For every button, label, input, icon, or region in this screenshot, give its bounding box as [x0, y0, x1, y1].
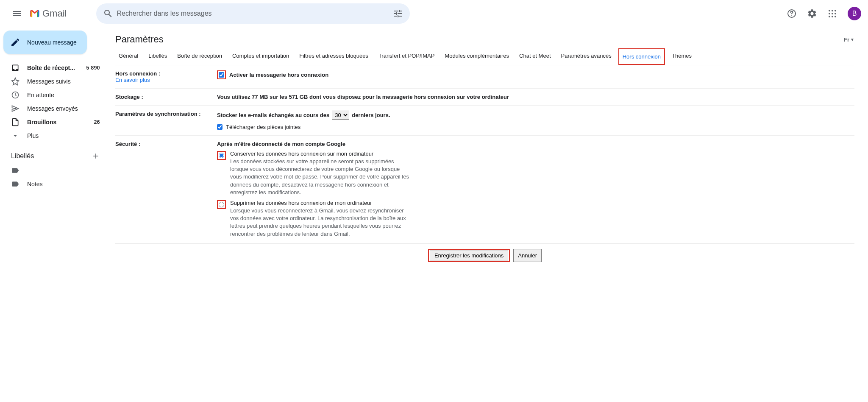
keep-data-radio[interactable] [219, 153, 224, 158]
sync-post-text: derniers jours. [352, 112, 390, 118]
enable-offline-label: Activer la messagerie hors connexion [229, 72, 328, 78]
sync-label: Paramètres de synchronisation : [115, 111, 217, 130]
svg-point-10 [835, 16, 836, 17]
tab-libell-s[interactable]: Libellés [145, 48, 170, 65]
sidebar-item-clock[interactable]: En attente [0, 88, 105, 102]
security-label: Sécurité : [115, 141, 217, 238]
learn-more-link[interactable]: En savoir plus [115, 77, 150, 83]
tune-icon [393, 8, 403, 19]
tab-chat-et-meet[interactable]: Chat et Meet [516, 48, 554, 65]
keep-data-desc: Les données stockées sur votre appareil … [230, 158, 412, 196]
sidebar-item-label: En attente [27, 92, 100, 98]
offline-label: Hors connexion : [115, 70, 160, 77]
search-icon [103, 8, 113, 19]
sidebar-item-label: Boîte de récept... [27, 64, 86, 71]
sidebar-item-count: 5 890 [86, 65, 100, 71]
keep-data-title: Conserver les données hors connexion sur… [230, 151, 412, 157]
sidebar-item-star[interactable]: Messages suivis [0, 75, 105, 88]
svg-point-1 [791, 15, 792, 16]
sync-pre-text: Stocker les e-mails échangés au cours de… [217, 112, 329, 118]
storage-label: Stockage : [115, 94, 217, 100]
svg-point-3 [832, 10, 833, 11]
gmail-text: Gmail [42, 8, 67, 19]
sidebar-item-label: Plus [27, 132, 100, 139]
sidebar: Nouveau message Boîte de récept...5 890M… [0, 27, 108, 272]
tab-filtres-et-adresses-bloqu-es[interactable]: Filtres et adresses bloquées [296, 48, 372, 65]
search-bar [96, 3, 410, 24]
sync-days-select[interactable]: 30 [332, 111, 349, 120]
sidebar-item-file[interactable]: Brouillons26 [0, 115, 105, 129]
tab-hors-connexion[interactable]: Hors connexion [618, 48, 665, 65]
sidebar-item-count: 26 [94, 119, 100, 125]
caret-down-icon: ▼ [850, 37, 854, 42]
svg-point-9 [832, 16, 833, 17]
chevron-down-icon [11, 131, 19, 140]
svg-point-6 [832, 13, 833, 14]
locale-label: Fr [844, 36, 849, 43]
settings-tabs: GénéralLibellésBoîte de réceptionComptes… [115, 48, 854, 65]
gmail-logo[interactable]: Gmail [29, 8, 67, 20]
label-icon [11, 180, 19, 188]
tab-g-n-ral[interactable]: Général [115, 48, 142, 65]
app-header: Gmail B [0, 0, 868, 27]
sidebar-item-chevron-down[interactable]: Plus [0, 129, 105, 142]
download-attachments-checkbox[interactable] [217, 124, 223, 130]
storage-text: Vous utilisez 77 MB sur les 571 GB dont … [217, 94, 854, 100]
label-item-text: Notes [27, 181, 100, 187]
sidebar-item-label: Messages suivis [27, 78, 100, 85]
settings-button[interactable] [804, 5, 821, 22]
menu-icon [12, 8, 22, 19]
main-menu-button[interactable] [7, 3, 27, 24]
tab-comptes-et-importation[interactable]: Comptes et importation [229, 48, 292, 65]
label-item[interactable]: Notes [0, 177, 105, 191]
section-security: Sécurité : Après m'être déconnecté de mo… [115, 136, 854, 243]
compose-button[interactable]: Nouveau message [3, 31, 87, 54]
label-item[interactable] [0, 164, 105, 177]
help-icon [787, 8, 797, 19]
cancel-button[interactable]: Annuler [513, 249, 542, 262]
tab-transfert-et-pop-imap[interactable]: Transfert et POP/IMAP [375, 48, 438, 65]
sidebar-item-label: Messages envoyés [27, 105, 100, 112]
tab-th-mes[interactable]: Thèmes [668, 48, 695, 65]
label-icon [11, 166, 19, 175]
highlight-box [217, 70, 226, 79]
sidebar-item-send[interactable]: Messages envoyés [0, 102, 105, 115]
support-button[interactable] [783, 5, 800, 22]
gmail-icon [29, 8, 41, 20]
highlight-box: Enregistrer les modifications [428, 249, 510, 262]
download-attachments-label: Télécharger des pièces jointes [226, 124, 300, 130]
add-label-button[interactable] [90, 150, 102, 162]
header-actions: B [783, 5, 861, 22]
search-input[interactable] [117, 10, 389, 17]
tab-bo-te-de-r-ception[interactable]: Boîte de réception [174, 48, 225, 65]
inbox-icon [11, 64, 19, 72]
apps-button[interactable] [824, 5, 841, 22]
svg-point-8 [829, 16, 830, 17]
pencil-icon [10, 37, 20, 47]
svg-point-7 [835, 13, 836, 14]
button-row: Enregistrer les modifications Annuler [115, 243, 854, 272]
sidebar-item-inbox[interactable]: Boîte de récept...5 890 [0, 61, 105, 75]
labels-heading: Libellés [11, 152, 34, 160]
search-options-button[interactable] [389, 5, 406, 22]
security-heading: Après m'être déconnecté de mon compte Go… [217, 141, 854, 147]
locale-selector[interactable]: Fr ▼ [844, 36, 854, 43]
main-content: Paramètres Fr ▼ GénéralLibellésBoîte de … [108, 27, 868, 272]
search-button[interactable] [100, 5, 117, 22]
account-avatar[interactable]: B [848, 7, 861, 20]
tab-param-tres-avanc-s[interactable]: Paramètres avancés [558, 48, 615, 65]
delete-data-radio[interactable] [219, 202, 224, 207]
star-icon [11, 77, 19, 86]
section-storage: Stockage : Vous utilisez 77 MB sur les 5… [115, 89, 854, 106]
compose-label: Nouveau message [27, 39, 77, 46]
save-button[interactable]: Enregistrer les modifications [430, 251, 508, 260]
enable-offline-checkbox[interactable] [219, 72, 224, 78]
section-sync: Paramètres de synchronisation : Stocker … [115, 106, 854, 136]
file-icon [11, 118, 19, 126]
delete-data-desc: Lorsque vous vous reconnecterez à Gmail,… [230, 207, 412, 238]
section-offline: Hors connexion : En savoir plus Activer … [115, 65, 854, 89]
gear-icon [807, 8, 817, 19]
apps-icon [827, 8, 837, 19]
tab-modules-compl-mentaires[interactable]: Modules complémentaires [441, 48, 512, 65]
svg-point-5 [829, 13, 830, 14]
